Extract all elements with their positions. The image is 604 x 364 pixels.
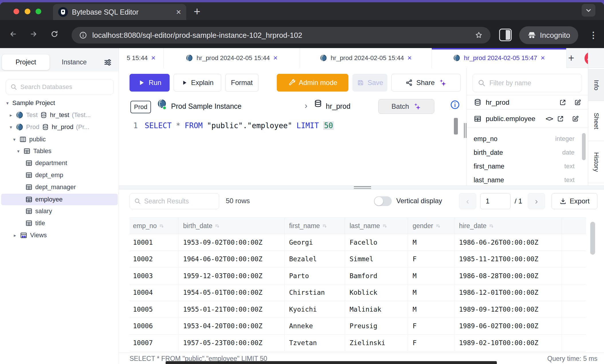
search-databases-input[interactable]: [20, 83, 109, 91]
table-row[interactable]: 100021964-06-02T00:00:00ZBezalelSimmelF1…: [130, 251, 586, 268]
close-icon[interactable]: ×: [273, 54, 278, 62]
column-row[interactable]: first_name text: [467, 159, 581, 173]
tree-item-tables[interactable]: ▾ Tables: [0, 145, 119, 157]
search-results-input[interactable]: [144, 197, 215, 205]
column-header[interactable]: gender: [408, 218, 454, 234]
table-row[interactable]: 100011953-09-02T00:00:00ZGeorgiFacelloM1…: [130, 234, 586, 251]
schema-table-row[interactable]: public.employee <>: [467, 109, 588, 128]
sort-icon[interactable]: [436, 223, 441, 229]
browser-tab[interactable]: Bytebase SQL Editor ×: [53, 4, 186, 20]
column-header[interactable]: hire_date: [454, 218, 562, 234]
results-resize-divider[interactable]: [119, 185, 604, 189]
sort-icon[interactable]: [159, 223, 164, 229]
tab-instance[interactable]: Instance: [57, 54, 91, 70]
page-input[interactable]: [480, 193, 511, 209]
new-editor-tab-button[interactable]: +: [568, 52, 574, 64]
caret-down-icon[interactable]: ▾: [16, 149, 21, 154]
tree-item-views[interactable]: ▸ Views: [0, 230, 119, 241]
results-search[interactable]: [130, 193, 219, 209]
filter-by-name-input[interactable]: [489, 79, 577, 87]
tree-item-table-employee-selected[interactable]: employee: [1, 194, 118, 205]
edit-icon[interactable]: [572, 115, 579, 122]
table-row[interactable]: 100061953-04-20T00:00:00ZAnnekePreusigF1…: [130, 318, 586, 335]
tree-item-schema-public[interactable]: ▾ public: [0, 134, 119, 145]
new-tab-button[interactable]: +: [194, 5, 200, 18]
tree-item-project[interactable]: ▾ Sample Project: [0, 97, 119, 109]
editor-scrollbar[interactable]: [454, 118, 458, 134]
database-search[interactable]: [6, 80, 114, 94]
column-row[interactable]: emp_no integer: [467, 132, 581, 146]
code-icon[interactable]: <>: [546, 115, 553, 123]
column-row[interactable]: last_name text: [467, 173, 581, 185]
back-icon[interactable]: [9, 30, 17, 38]
close-icon[interactable]: ×: [407, 54, 412, 62]
tree-item-db-prod[interactable]: ▾ Prod hr_prod (Pr...: [0, 121, 119, 133]
caret-right-icon[interactable]: ▸: [9, 112, 13, 118]
close-window-button[interactable]: [13, 9, 19, 14]
tree-item-db-test[interactable]: ▸ Test hr_test (Test...: [0, 109, 119, 121]
export-button[interactable]: Export: [552, 193, 597, 209]
table-row[interactable]: 100071957-05-23T00:00:00ZTzvetanZielinsk…: [130, 335, 586, 351]
tree-item-table-title[interactable]: title: [0, 217, 119, 229]
sort-icon[interactable]: [215, 223, 220, 229]
edit-icon[interactable]: [574, 99, 581, 106]
table-row[interactable]: 100041954-05-01T00:00:00ZChirstianKoblic…: [130, 284, 586, 301]
caret-right-icon[interactable]: ▸: [13, 233, 17, 238]
column-header[interactable]: birth_date: [179, 218, 285, 234]
tab-info[interactable]: Info: [588, 69, 604, 101]
editor-tab-4-active[interactable]: hr_prod 2024-02-05 15:47 ×: [432, 48, 566, 68]
sort-icon[interactable]: [382, 223, 388, 229]
reload-icon[interactable]: [50, 30, 58, 38]
schema-database-row[interactable]: hr_prod: [467, 95, 588, 109]
tab-history[interactable]: History: [588, 141, 604, 183]
column-header[interactable]: first_name: [285, 218, 345, 234]
explain-button[interactable]: Explain: [174, 74, 221, 92]
caret-down-icon[interactable]: ▾: [9, 124, 13, 130]
tab-project[interactable]: Project: [2, 54, 50, 70]
column-row[interactable]: birth_date date: [467, 146, 581, 159]
external-link-icon[interactable]: [557, 115, 564, 122]
browser-menu-icon[interactable]: ⋮: [589, 30, 598, 40]
window-chevron-button[interactable]: [582, 4, 595, 17]
batch-button[interactable]: Batch: [378, 99, 434, 114]
tree-item-table-dept-manager[interactable]: dept_manager: [0, 181, 119, 193]
caret-down-icon[interactable]: ▾: [5, 100, 10, 106]
next-page-button[interactable]: ›: [528, 193, 545, 209]
tree-item-table-dept-emp[interactable]: dept_emp: [0, 169, 119, 181]
tree-item-table-department[interactable]: department: [0, 157, 119, 169]
filter-box[interactable]: [472, 74, 582, 92]
close-tab-icon[interactable]: ×: [176, 8, 181, 16]
info-icon[interactable]: [450, 100, 460, 110]
results-scrollbar[interactable]: [590, 222, 595, 255]
bookmark-star-icon[interactable]: [474, 31, 483, 39]
sql-code-editor[interactable]: 1 SELECT * FROM "public"."employee" LIMI…: [119, 116, 466, 185]
external-link-icon[interactable]: [559, 99, 566, 106]
maximize-window-button[interactable]: [36, 9, 41, 14]
schema-scrollbar[interactable]: [582, 133, 586, 160]
sort-icon[interactable]: [489, 223, 494, 229]
address-bar[interactable]: localhost:8080/sql-editor/prod-sample-in…: [72, 27, 491, 43]
close-icon[interactable]: ×: [541, 54, 545, 62]
prev-page-button[interactable]: ‹: [459, 193, 476, 209]
editor-tab-2[interactable]: hr_prod 2024-02-05 15:44 ×: [164, 48, 300, 68]
site-info-icon[interactable]: [79, 31, 87, 39]
run-button[interactable]: Run: [130, 74, 170, 92]
editor-tab-3[interactable]: hr_prod 2024-02-05 15:44 ×: [300, 48, 432, 68]
side-panel-icon[interactable]: [499, 29, 512, 41]
sort-icon[interactable]: [322, 223, 328, 229]
save-button[interactable]: Save: [352, 74, 387, 92]
format-button[interactable]: Format: [225, 74, 258, 92]
admin-mode-button[interactable]: Admin mode: [277, 74, 348, 92]
minimize-window-button[interactable]: [25, 9, 30, 14]
table-row[interactable]: 100031959-12-03T00:00:00ZPartoBamfordM19…: [130, 268, 586, 284]
tab-sheet[interactable]: Sheet: [588, 101, 604, 141]
close-icon[interactable]: ×: [151, 54, 156, 62]
column-header[interactable]: emp_no: [130, 218, 179, 234]
tree-item-table-salary[interactable]: salary: [0, 205, 119, 217]
share-button[interactable]: Share: [391, 74, 461, 92]
table-row[interactable]: 100051955-01-21T00:00:00ZKyoichiMaliniak…: [130, 301, 586, 318]
editor-tab-1[interactable]: 5 15:44 ×: [119, 48, 164, 68]
caret-down-icon[interactable]: ▾: [12, 137, 17, 142]
sliders-icon[interactable]: [103, 58, 112, 67]
vertical-display-toggle[interactable]: [374, 196, 392, 206]
